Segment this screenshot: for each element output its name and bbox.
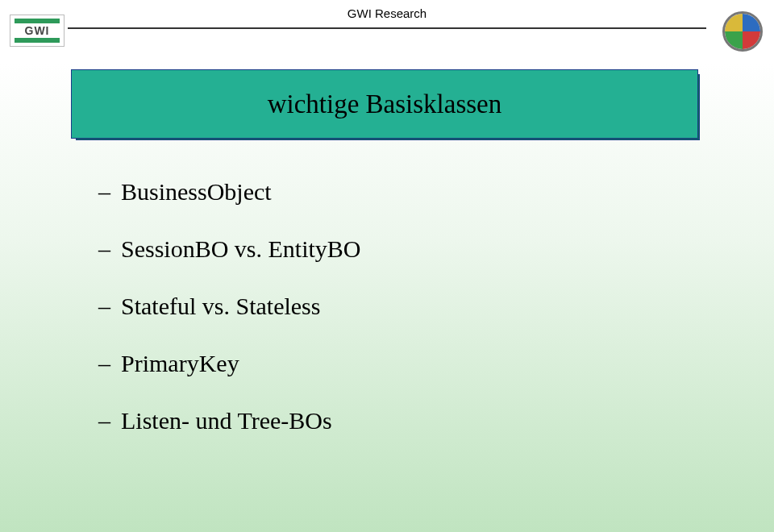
list-item: PrimaryKey [98,347,726,379]
header-divider [68,27,706,29]
list-item: SessionBO vs. EntityBO [98,233,726,264]
list-item: BusinessObject [98,176,726,207]
content-list: BusinessObject SessionBO vs. EntityBO St… [98,176,726,462]
list-item: Stateful vs. Stateless [98,290,726,322]
title-text: wichtige Basisklassen [268,89,502,119]
list-item: Listen- und Tree-BOs [98,405,726,436]
gwi-logo-bar [15,38,60,43]
globe-icon [722,11,763,52]
globe-ring [722,11,763,52]
title-box-front: wichtige Basisklassen [71,69,698,139]
slide-header: GWI GWI Research [0,6,774,50]
header-title: GWI Research [0,6,774,20]
title-box: wichtige Basisklassen [71,69,698,139]
gwi-logo-text: GWI [10,24,64,37]
slide: GWI GWI Research wichtige Basisklassen B… [0,0,774,532]
